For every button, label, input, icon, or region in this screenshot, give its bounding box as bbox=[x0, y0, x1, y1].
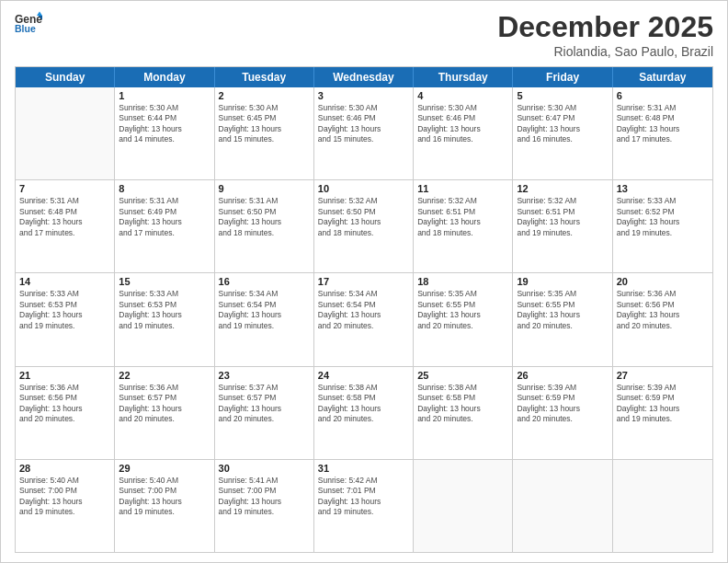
day-info: Sunrise: 5:34 AM Sunset: 6:54 PM Dayligh… bbox=[219, 289, 310, 331]
day-info: Sunrise: 5:30 AM Sunset: 6:46 PM Dayligh… bbox=[318, 103, 409, 145]
day-info: Sunrise: 5:40 AM Sunset: 7:00 PM Dayligh… bbox=[19, 476, 110, 518]
day-cell-10: 10Sunrise: 5:32 AM Sunset: 6:50 PM Dayli… bbox=[314, 180, 414, 272]
day-number: 12 bbox=[517, 183, 608, 194]
day-info: Sunrise: 5:31 AM Sunset: 6:48 PM Dayligh… bbox=[19, 196, 110, 238]
day-cell-8: 8Sunrise: 5:31 AM Sunset: 6:49 PM Daylig… bbox=[115, 180, 214, 272]
day-number: 24 bbox=[318, 370, 409, 381]
day-number: 15 bbox=[119, 276, 210, 287]
day-cell-2: 2Sunrise: 5:30 AM Sunset: 6:45 PM Daylig… bbox=[215, 87, 314, 179]
calendar-row-5: 28Sunrise: 5:40 AM Sunset: 7:00 PM Dayli… bbox=[16, 460, 712, 552]
day-info: Sunrise: 5:39 AM Sunset: 6:59 PM Dayligh… bbox=[617, 383, 709, 425]
day-cell-13: 13Sunrise: 5:33 AM Sunset: 6:52 PM Dayli… bbox=[613, 180, 712, 272]
location: Riolandia, Sao Paulo, Brazil bbox=[497, 44, 713, 59]
calendar-header: SundayMondayTuesdayWednesdayThursdayFrid… bbox=[16, 67, 712, 87]
day-cell-31: 31Sunrise: 5:42 AM Sunset: 7:01 PM Dayli… bbox=[314, 460, 414, 552]
calendar-row-1: 1Sunrise: 5:30 AM Sunset: 6:44 PM Daylig… bbox=[16, 87, 712, 180]
day-number: 11 bbox=[417, 183, 508, 194]
day-number: 5 bbox=[517, 90, 608, 101]
weekday-header-wednesday: Wednesday bbox=[314, 67, 414, 87]
day-info: Sunrise: 5:30 AM Sunset: 6:44 PM Dayligh… bbox=[119, 103, 210, 145]
day-number: 13 bbox=[617, 183, 709, 194]
day-number: 27 bbox=[617, 370, 709, 381]
day-info: Sunrise: 5:38 AM Sunset: 6:58 PM Dayligh… bbox=[318, 383, 409, 425]
day-cell-24: 24Sunrise: 5:38 AM Sunset: 6:58 PM Dayli… bbox=[314, 367, 414, 459]
day-info: Sunrise: 5:35 AM Sunset: 6:55 PM Dayligh… bbox=[517, 289, 608, 331]
day-info: Sunrise: 5:32 AM Sunset: 6:50 PM Dayligh… bbox=[318, 196, 409, 238]
day-number: 6 bbox=[617, 90, 709, 101]
empty-cell bbox=[414, 460, 513, 552]
calendar-body: 1Sunrise: 5:30 AM Sunset: 6:44 PM Daylig… bbox=[16, 87, 712, 552]
day-cell-5: 5Sunrise: 5:30 AM Sunset: 6:47 PM Daylig… bbox=[513, 87, 612, 179]
calendar-row-4: 21Sunrise: 5:36 AM Sunset: 6:56 PM Dayli… bbox=[16, 367, 712, 460]
day-cell-17: 17Sunrise: 5:34 AM Sunset: 6:54 PM Dayli… bbox=[314, 273, 414, 365]
day-info: Sunrise: 5:38 AM Sunset: 6:58 PM Dayligh… bbox=[417, 383, 508, 425]
day-cell-22: 22Sunrise: 5:36 AM Sunset: 6:57 PM Dayli… bbox=[115, 367, 214, 459]
day-number: 8 bbox=[119, 183, 210, 194]
day-info: Sunrise: 5:40 AM Sunset: 7:00 PM Dayligh… bbox=[119, 476, 210, 518]
weekday-header-friday: Friday bbox=[513, 67, 612, 87]
day-number: 20 bbox=[617, 276, 709, 287]
calendar-row-2: 7Sunrise: 5:31 AM Sunset: 6:48 PM Daylig… bbox=[16, 180, 712, 273]
day-cell-27: 27Sunrise: 5:39 AM Sunset: 6:59 PM Dayli… bbox=[613, 367, 712, 459]
day-number: 23 bbox=[219, 370, 310, 381]
day-number: 31 bbox=[318, 463, 409, 474]
day-cell-30: 30Sunrise: 5:41 AM Sunset: 7:00 PM Dayli… bbox=[215, 460, 314, 552]
day-info: Sunrise: 5:32 AM Sunset: 6:51 PM Dayligh… bbox=[517, 196, 608, 238]
month-title: December 2025 bbox=[497, 10, 713, 44]
day-cell-7: 7Sunrise: 5:31 AM Sunset: 6:48 PM Daylig… bbox=[16, 180, 115, 272]
calendar: SundayMondayTuesdayWednesdayThursdayFrid… bbox=[15, 66, 713, 553]
day-info: Sunrise: 5:33 AM Sunset: 6:52 PM Dayligh… bbox=[617, 196, 709, 238]
day-number: 10 bbox=[318, 183, 409, 194]
logo-icon: General Blue bbox=[15, 10, 42, 38]
day-cell-25: 25Sunrise: 5:38 AM Sunset: 6:58 PM Dayli… bbox=[414, 367, 513, 459]
day-cell-1: 1Sunrise: 5:30 AM Sunset: 6:44 PM Daylig… bbox=[115, 87, 214, 179]
weekday-header-saturday: Saturday bbox=[613, 67, 712, 87]
day-number: 3 bbox=[318, 90, 409, 101]
day-number: 9 bbox=[219, 183, 310, 194]
day-cell-4: 4Sunrise: 5:30 AM Sunset: 6:46 PM Daylig… bbox=[414, 87, 513, 179]
empty-cell bbox=[16, 87, 115, 179]
day-cell-26: 26Sunrise: 5:39 AM Sunset: 6:59 PM Dayli… bbox=[513, 367, 612, 459]
day-cell-29: 29Sunrise: 5:40 AM Sunset: 7:00 PM Dayli… bbox=[115, 460, 214, 552]
day-cell-6: 6Sunrise: 5:31 AM Sunset: 6:48 PM Daylig… bbox=[613, 87, 712, 179]
day-cell-15: 15Sunrise: 5:33 AM Sunset: 6:53 PM Dayli… bbox=[115, 273, 214, 365]
title-block: December 2025 Riolandia, Sao Paulo, Braz… bbox=[497, 10, 713, 59]
day-number: 4 bbox=[417, 90, 508, 101]
day-number: 28 bbox=[19, 463, 110, 474]
day-cell-14: 14Sunrise: 5:33 AM Sunset: 6:53 PM Dayli… bbox=[16, 273, 115, 365]
day-number: 22 bbox=[119, 370, 210, 381]
day-cell-18: 18Sunrise: 5:35 AM Sunset: 6:55 PM Dayli… bbox=[414, 273, 513, 365]
day-info: Sunrise: 5:37 AM Sunset: 6:57 PM Dayligh… bbox=[219, 383, 310, 425]
day-info: Sunrise: 5:31 AM Sunset: 6:48 PM Dayligh… bbox=[617, 103, 709, 145]
day-number: 18 bbox=[417, 276, 508, 287]
weekday-header-sunday: Sunday bbox=[16, 67, 115, 87]
day-info: Sunrise: 5:36 AM Sunset: 6:56 PM Dayligh… bbox=[19, 383, 110, 425]
logo: General Blue bbox=[15, 10, 44, 38]
day-cell-12: 12Sunrise: 5:32 AM Sunset: 6:51 PM Dayli… bbox=[513, 180, 612, 272]
day-info: Sunrise: 5:36 AM Sunset: 6:56 PM Dayligh… bbox=[617, 289, 709, 331]
day-cell-3: 3Sunrise: 5:30 AM Sunset: 6:46 PM Daylig… bbox=[314, 87, 414, 179]
weekday-header-thursday: Thursday bbox=[414, 67, 513, 87]
day-cell-9: 9Sunrise: 5:31 AM Sunset: 6:50 PM Daylig… bbox=[215, 180, 314, 272]
svg-text:Blue: Blue bbox=[15, 23, 36, 34]
day-info: Sunrise: 5:41 AM Sunset: 7:00 PM Dayligh… bbox=[219, 476, 310, 518]
weekday-header-monday: Monday bbox=[115, 67, 214, 87]
page-header: General Blue December 2025 Riolandia, Sa… bbox=[15, 10, 713, 59]
day-info: Sunrise: 5:30 AM Sunset: 6:46 PM Dayligh… bbox=[417, 103, 508, 145]
day-cell-16: 16Sunrise: 5:34 AM Sunset: 6:54 PM Dayli… bbox=[215, 273, 314, 365]
day-cell-23: 23Sunrise: 5:37 AM Sunset: 6:57 PM Dayli… bbox=[215, 367, 314, 459]
empty-cell bbox=[513, 460, 612, 552]
day-number: 17 bbox=[318, 276, 409, 287]
day-number: 7 bbox=[19, 183, 110, 194]
day-info: Sunrise: 5:32 AM Sunset: 6:51 PM Dayligh… bbox=[417, 196, 508, 238]
day-number: 30 bbox=[219, 463, 310, 474]
day-number: 19 bbox=[517, 276, 608, 287]
day-info: Sunrise: 5:34 AM Sunset: 6:54 PM Dayligh… bbox=[318, 289, 409, 331]
day-info: Sunrise: 5:31 AM Sunset: 6:49 PM Dayligh… bbox=[119, 196, 210, 238]
calendar-page: General Blue December 2025 Riolandia, Sa… bbox=[0, 0, 728, 563]
day-info: Sunrise: 5:30 AM Sunset: 6:47 PM Dayligh… bbox=[517, 103, 608, 145]
day-cell-28: 28Sunrise: 5:40 AM Sunset: 7:00 PM Dayli… bbox=[16, 460, 115, 552]
day-info: Sunrise: 5:31 AM Sunset: 6:50 PM Dayligh… bbox=[219, 196, 310, 238]
day-info: Sunrise: 5:39 AM Sunset: 6:59 PM Dayligh… bbox=[517, 383, 608, 425]
day-number: 25 bbox=[417, 370, 508, 381]
